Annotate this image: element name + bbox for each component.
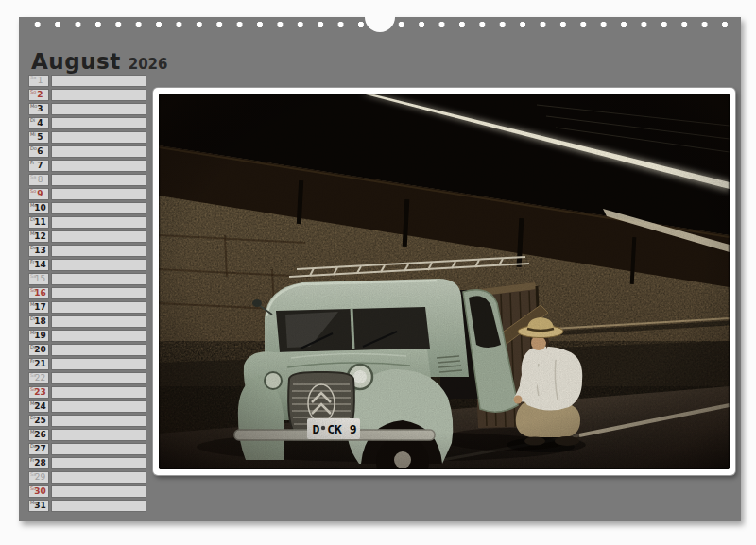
day-cell: Sa 22 xyxy=(28,372,49,384)
day-rows: Sa 1 So 2 Mo 3 Di 4 xyxy=(28,75,146,514)
day-row: Sa 29 xyxy=(28,471,146,484)
notes-cell xyxy=(51,145,146,158)
day-row: Do 20 xyxy=(28,344,146,356)
notes-cell xyxy=(51,457,146,469)
day-number: 29 xyxy=(32,472,48,483)
day-number: 23 xyxy=(32,387,48,398)
notes-cell xyxy=(51,117,146,129)
day-number: 19 xyxy=(32,331,48,341)
notes-cell xyxy=(51,131,146,144)
day-number: 16 xyxy=(32,288,48,298)
day-row: Sa 1 xyxy=(28,75,146,87)
year-label: 2026 xyxy=(129,56,168,73)
day-row: Mi 19 xyxy=(28,330,146,342)
day-cell: Fr 7 xyxy=(28,160,49,172)
day-number: 7 xyxy=(32,161,48,171)
day-cell: Di 4 xyxy=(28,117,49,129)
day-number: 22 xyxy=(32,373,48,383)
day-number: 26 xyxy=(32,430,48,440)
notes-cell xyxy=(51,273,146,285)
day-cell: Mo 10 xyxy=(28,202,49,214)
day-cell: So 9 xyxy=(28,188,49,200)
day-cell: Mo 24 xyxy=(28,400,49,413)
day-number: 15 xyxy=(32,274,48,284)
day-number: 2 xyxy=(32,90,48,100)
day-row: Mo 3 xyxy=(28,103,146,115)
day-number: 14 xyxy=(32,260,48,270)
day-row: So 30 xyxy=(28,485,146,498)
day-row: Do 6 xyxy=(28,145,146,158)
day-row: So 16 xyxy=(28,287,146,299)
notes-cell xyxy=(51,429,146,441)
notes-cell xyxy=(51,358,146,370)
day-cell: Di 11 xyxy=(28,216,49,229)
day-row: Fr 7 xyxy=(28,160,146,172)
day-row: Sa 22 xyxy=(28,372,146,384)
day-cell: Do 6 xyxy=(28,145,49,158)
day-row: Fr 14 xyxy=(28,259,146,271)
day-cell: Do 20 xyxy=(28,344,49,356)
day-cell: Sa 29 xyxy=(28,471,49,484)
notes-cell xyxy=(51,330,146,342)
notes-cell xyxy=(51,344,146,356)
day-cell: Mi 19 xyxy=(28,330,49,342)
tunnel-photo: D CK 9 xyxy=(159,94,730,469)
day-cell: Mo 17 xyxy=(28,301,49,314)
day-number: 8 xyxy=(32,175,48,185)
calendar-page: August2026 Sa 1 So 2 Mo 3 xyxy=(19,17,741,521)
day-cell: So 23 xyxy=(28,386,49,399)
day-row: Sa 8 xyxy=(28,174,146,186)
day-number: 5 xyxy=(32,132,48,143)
day-cell: Fr 28 xyxy=(28,457,49,469)
day-row: Fr 28 xyxy=(28,457,146,469)
day-row: Mi 12 xyxy=(28,230,146,243)
day-cell: Do 13 xyxy=(28,245,49,257)
notes-cell xyxy=(51,230,146,243)
day-number: 10 xyxy=(32,203,48,213)
day-number: 18 xyxy=(32,316,48,327)
day-row: Di 25 xyxy=(28,415,146,427)
day-row: Di 18 xyxy=(28,315,146,328)
day-row: Do 27 xyxy=(28,443,146,455)
day-number: 9 xyxy=(32,189,48,199)
notes-cell xyxy=(51,315,146,328)
day-cell: Di 18 xyxy=(28,315,49,328)
notes-cell xyxy=(51,160,146,172)
day-cell: So 16 xyxy=(28,287,49,299)
day-row: Mo 10 xyxy=(28,202,146,214)
notes-cell xyxy=(51,443,146,455)
day-number: 4 xyxy=(32,118,48,128)
day-cell: Mi 5 xyxy=(28,131,49,144)
day-row: Mi 5 xyxy=(28,131,146,144)
day-row: Fr 21 xyxy=(28,358,146,370)
notes-cell xyxy=(51,287,146,299)
day-row: Mi 26 xyxy=(28,429,146,441)
notes-cell xyxy=(51,400,146,413)
day-number: 25 xyxy=(32,416,48,426)
photo-frame: D CK 9 xyxy=(153,88,735,475)
notes-cell xyxy=(51,245,146,257)
day-number: 12 xyxy=(32,231,48,242)
notes-cell xyxy=(51,415,146,427)
day-cell: So 30 xyxy=(28,485,49,498)
day-cell: Mi 26 xyxy=(28,429,49,441)
notes-cell xyxy=(51,188,146,200)
day-cell: Mi 12 xyxy=(28,230,49,243)
notes-cell xyxy=(51,103,146,115)
day-number: 1 xyxy=(32,76,48,86)
notes-cell xyxy=(51,471,146,484)
notes-cell xyxy=(51,75,146,87)
day-row: Sa 15 xyxy=(28,273,146,285)
day-number: 17 xyxy=(32,302,48,313)
notes-cell xyxy=(51,301,146,314)
notes-cell xyxy=(51,500,146,512)
day-cell: Mo 31 xyxy=(28,500,49,512)
notes-cell xyxy=(51,216,146,229)
day-number: 11 xyxy=(32,217,48,228)
day-number: 27 xyxy=(32,444,48,454)
day-row: Mo 31 xyxy=(28,500,146,512)
day-cell: So 2 xyxy=(28,89,49,101)
day-cell: Sa 8 xyxy=(28,174,49,186)
day-row: So 9 xyxy=(28,188,146,200)
notes-cell xyxy=(51,202,146,214)
